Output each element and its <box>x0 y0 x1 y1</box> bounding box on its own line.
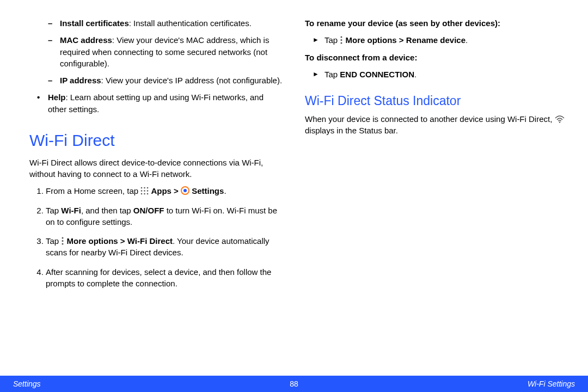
step-item: Tap Wi-Fi, and then tap ON/OFF to turn W… <box>46 205 283 228</box>
svg-point-0 <box>141 187 143 189</box>
list-item: IP address: View your device's IP addres… <box>60 75 283 86</box>
text: Tap <box>324 70 340 79</box>
chevron-text: > <box>397 35 406 45</box>
term-text: : Install authentication certificates. <box>129 19 252 28</box>
label-onoff: ON/OFF <box>133 206 164 215</box>
document-page: Install certificates: Install authentica… <box>0 0 588 392</box>
page-footer: Settings 88 Wi-Fi Settings <box>0 376 588 392</box>
term-text: : View your device's IP address (not con… <box>101 76 282 85</box>
svg-point-15 <box>341 39 342 41</box>
label-settings: Settings <box>192 186 224 195</box>
text: . <box>465 35 468 45</box>
svg-point-17 <box>559 121 560 122</box>
heading-status-indicator: Wi-Fi Direct Status Indicator <box>305 92 566 110</box>
wifi-direct-icon <box>555 115 565 123</box>
action-item: Tap More options > Rename device. <box>313 34 566 46</box>
label-rename-device: Rename device <box>406 35 465 45</box>
svg-point-2 <box>147 187 149 189</box>
text: Tap <box>46 236 61 246</box>
svg-point-12 <box>62 240 64 242</box>
step-item: After scanning for devices, select a dev… <box>46 266 283 290</box>
status-paragraph: When your device is connected to another… <box>305 113 566 137</box>
more-options-icon <box>61 237 64 245</box>
svg-point-8 <box>147 193 149 195</box>
apps-grid-icon <box>140 187 149 195</box>
term-label: MAC address <box>60 35 112 45</box>
right-column: To rename your device (as seen by other … <box>305 17 566 365</box>
text: , and then tap <box>81 206 133 215</box>
subheading-disconnect: To disconnect from a device: <box>305 52 566 63</box>
footer-left: Settings <box>13 379 41 388</box>
chevron-text: > <box>118 236 127 246</box>
text: . <box>414 70 416 79</box>
svg-point-10 <box>183 189 187 192</box>
svg-point-16 <box>341 42 342 44</box>
text: Tap <box>324 35 340 45</box>
settings-gear-icon <box>181 186 189 195</box>
intro-paragraph: Wi-Fi Direct allows direct device-to-dev… <box>29 157 283 180</box>
steps-list: From a Home screen, tap Apps > Settings.… <box>46 185 283 289</box>
label-end-connection: END CONNECTION <box>340 70 414 79</box>
left-column: Install certificates: Install authentica… <box>22 17 283 365</box>
svg-point-4 <box>144 190 145 192</box>
svg-point-6 <box>141 193 143 195</box>
svg-point-3 <box>141 190 143 192</box>
text: . <box>224 186 226 195</box>
subheading-rename: To rename your device (as seen by other … <box>305 17 566 29</box>
action-item: Tap END CONNECTION. <box>313 69 566 80</box>
label-apps: Apps <box>151 186 171 195</box>
list-item: MAC address: View your device's MAC addr… <box>60 34 283 69</box>
label-more-options: More options <box>346 35 397 45</box>
page-number: 88 <box>290 379 298 388</box>
label-wifi: Wi-Fi <box>61 206 81 215</box>
list-item: Help: Learn about setting up and using W… <box>48 91 283 115</box>
list-item: Install certificates: Install authentica… <box>60 17 283 29</box>
chevron-text: > <box>171 186 181 195</box>
svg-point-11 <box>62 237 64 239</box>
text: When your device is connected to another… <box>305 114 555 124</box>
term-text: : Learn about setting up and using Wi-Fi… <box>48 93 264 113</box>
text: From a Home screen, tap <box>46 186 140 195</box>
svg-point-1 <box>144 187 145 189</box>
label-wifi-direct: Wi-Fi Direct <box>127 236 173 246</box>
svg-point-5 <box>147 190 149 192</box>
term-label: IP address <box>60 76 101 85</box>
text: To rename your device (as seen by other … <box>305 19 500 28</box>
text: Tap <box>46 206 61 215</box>
footer-right: Wi-Fi Settings <box>528 379 575 388</box>
text: To disconnect from a device: <box>305 53 417 62</box>
term-label: Help <box>48 93 66 102</box>
svg-point-7 <box>144 193 145 195</box>
step-item: From a Home screen, tap Apps > Settings. <box>46 185 283 197</box>
svg-point-14 <box>341 36 342 38</box>
text: displays in the Status bar. <box>305 126 398 135</box>
term-label: Install certificates <box>60 19 129 28</box>
svg-point-13 <box>62 243 64 245</box>
more-options-icon <box>340 36 343 44</box>
step-item: Tap More options > Wi-Fi Direct. Your de… <box>46 235 283 259</box>
two-columns: Install certificates: Install authentica… <box>0 0 588 365</box>
label-more-options: More options <box>67 236 118 246</box>
heading-wifi-direct: Wi-Fi Direct <box>29 129 283 152</box>
